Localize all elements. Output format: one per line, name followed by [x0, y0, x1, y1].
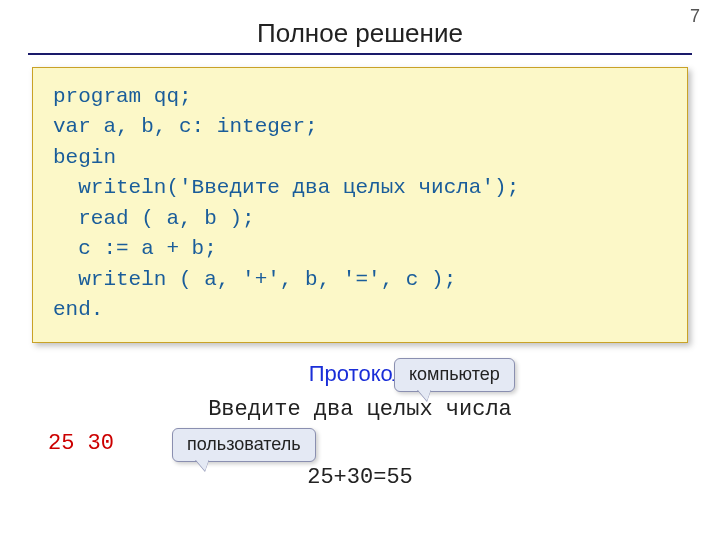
code-line: begin [53, 143, 667, 173]
console-prompt: Введите два целых числа [0, 393, 720, 427]
console-output: Введите два целых числа 25 30 25+30=55 [0, 393, 720, 495]
slide-title: Полное решение [0, 18, 720, 49]
code-line: writeln ( a, '+', b, '=', c ); [53, 265, 667, 295]
code-line: read ( a, b ); [53, 204, 667, 234]
code-line: c := a + b; [53, 234, 667, 264]
callout-tail [417, 389, 431, 401]
callout-user: пользователь [172, 428, 316, 462]
page-number: 7 [690, 6, 700, 27]
console-user-input: 25 30 [0, 427, 720, 461]
protocol-heading: Протокол: [0, 361, 720, 387]
title-rule [28, 53, 692, 55]
code-block: program qq; var a, b, c: integer; begin … [32, 67, 688, 343]
code-line: program qq; [53, 82, 667, 112]
callout-computer: компьютер [394, 358, 515, 392]
callout-tail [195, 459, 209, 471]
console-result: 25+30=55 [0, 461, 720, 495]
code-line: writeln('Введите два целых числа'); [53, 173, 667, 203]
callout-user-label: пользователь [187, 434, 301, 454]
callout-computer-label: компьютер [409, 364, 500, 384]
code-line: var a, b, c: integer; [53, 112, 667, 142]
code-line: end. [53, 295, 667, 325]
